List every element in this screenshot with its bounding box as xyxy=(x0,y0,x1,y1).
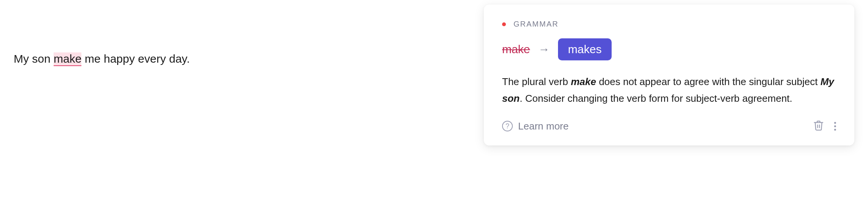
error-highlight[interactable]: make xyxy=(54,52,81,66)
category-label: GRAMMAR xyxy=(513,20,558,28)
card-footer: ? Learn more xyxy=(502,120,836,133)
explanation-part: does not appear to agree with the singul… xyxy=(596,76,820,87)
explanation-part: The plural verb xyxy=(502,76,571,87)
suggestion-row: make → makes xyxy=(502,38,836,60)
suggestion-card: GRAMMAR make → makes The plural verb mak… xyxy=(484,5,854,145)
card-header: GRAMMAR xyxy=(502,20,836,28)
text-before: My son xyxy=(14,52,54,65)
category-dot-icon xyxy=(502,22,506,26)
explanation-part: . Consider changing the verb form for su… xyxy=(520,93,792,104)
text-after: me happy every day. xyxy=(81,52,190,65)
help-icon: ? xyxy=(502,121,513,131)
replacement-button[interactable]: makes xyxy=(558,38,611,60)
explanation-text: The plural verb make does not appear to … xyxy=(502,73,836,107)
editor-text[interactable]: My son make me happy every day. xyxy=(14,50,190,67)
trash-icon[interactable] xyxy=(813,120,824,133)
learn-more-label: Learn more xyxy=(518,120,569,132)
explanation-bold: make xyxy=(571,76,596,87)
arrow-right-icon: → xyxy=(538,43,550,56)
footer-actions xyxy=(813,120,836,133)
more-options-icon[interactable] xyxy=(834,122,836,131)
original-word: make xyxy=(502,43,530,56)
learn-more-link[interactable]: ? Learn more xyxy=(502,120,569,132)
